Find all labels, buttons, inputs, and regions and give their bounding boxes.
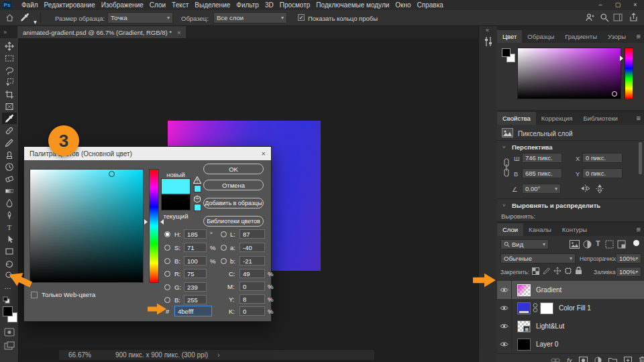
angle-input[interactable]: 0.00°▾ (522, 184, 561, 194)
lock-transparency-icon[interactable] (532, 267, 539, 276)
gamut-warning-icon[interactable] (193, 176, 201, 185)
filter-pixel-icon[interactable] (570, 240, 580, 250)
panel-color-marker[interactable] (612, 91, 617, 97)
filter-type-icon[interactable]: T (596, 239, 600, 247)
layer-effects-icon[interactable]: fx (567, 357, 572, 362)
web-safe-cube-icon[interactable] (193, 195, 201, 204)
eyedropper-tool-icon[interactable] (20, 13, 30, 23)
dialog-close-icon[interactable]: × (262, 149, 266, 158)
properties-scrollbar[interactable] (639, 142, 642, 174)
panel-hue-marker[interactable] (620, 56, 623, 61)
tab-swatches[interactable]: Образцы (522, 30, 559, 43)
color-field-marker[interactable] (109, 171, 115, 177)
r-radio[interactable] (164, 271, 170, 277)
layer-filter-dropdown[interactable]: Вид ▾ (500, 239, 549, 249)
tab-paths[interactable]: Контуры (557, 223, 592, 236)
l-input[interactable]: 87 (239, 229, 265, 239)
color-panel-menu-icon[interactable]: ≡ (637, 32, 641, 40)
workspace-icon[interactable] (613, 13, 623, 23)
layer-row-gradient[interactable]: Gradient (497, 281, 644, 299)
tab-channels[interactable]: Каналы (523, 223, 557, 236)
opacity-dropdown[interactable]: 100%▾ (616, 253, 641, 263)
hue-marker-right[interactable] (160, 219, 164, 225)
bb-input[interactable]: -21 (239, 256, 265, 265)
menu-window[interactable]: Окно (395, 1, 411, 9)
layer-name[interactable]: Color Fill 1 (559, 304, 591, 312)
brush-tool[interactable] (2, 137, 17, 148)
lock-pixels-icon[interactable] (543, 267, 551, 276)
tab-patterns[interactable]: Узоры (602, 30, 631, 43)
h-input[interactable]: 185 (184, 229, 207, 239)
gradient-tool[interactable] (2, 185, 17, 196)
lock-artboard-icon[interactable] (564, 267, 572, 276)
lock-all-icon[interactable] (575, 266, 582, 276)
menu-select[interactable]: Выделение (195, 1, 230, 9)
height-input[interactable]: 685 пикс. (522, 168, 562, 178)
share-icon[interactable] (629, 13, 638, 23)
add-mask-icon[interactable] (579, 357, 588, 362)
k-input[interactable]: 0 (239, 306, 265, 316)
visibility-eye-icon[interactable] (497, 335, 512, 353)
filter-toggle[interactable] (633, 240, 639, 246)
add-to-swatches-button[interactable]: Добавить в образцы (203, 198, 264, 208)
sample-size-dropdown[interactable]: Точка▾ (107, 12, 173, 23)
layer-thumbnail[interactable] (517, 339, 531, 351)
type-tool[interactable]: T (2, 221, 17, 233)
tab-close-icon[interactable]: × (177, 29, 181, 36)
eraser-tool[interactable] (2, 173, 17, 184)
adjustment-layer-icon[interactable] (594, 357, 602, 362)
tab-gradients[interactable]: Градиенты (559, 30, 602, 43)
c-input[interactable]: 49 (239, 269, 265, 278)
mask-link-icon[interactable] (533, 302, 538, 314)
b2-radio[interactable] (164, 297, 170, 303)
tab-properties[interactable]: Свойства (497, 112, 536, 125)
menu-view[interactable]: Просмотр (280, 1, 311, 9)
foreground-color-swatch[interactable] (3, 306, 13, 316)
tab-color[interactable]: Цвет (497, 30, 522, 43)
link-dimensions-icon[interactable] (503, 156, 510, 180)
menu-3d[interactable]: 3D (265, 1, 274, 9)
g-input[interactable]: 239 (184, 282, 207, 292)
layer-name[interactable]: Light&Lut (536, 322, 564, 330)
home-icon[interactable] (5, 13, 14, 23)
layer-name[interactable]: Gradient (536, 286, 561, 294)
filter-shape-icon[interactable] (605, 240, 614, 250)
zoom-level-field[interactable]: 66.67% (68, 351, 91, 359)
search-icon[interactable] (600, 13, 609, 23)
layer-row-layer0[interactable]: Layer 0 (497, 335, 644, 353)
object-selection-tool[interactable] (2, 76, 17, 88)
b-radio[interactable] (164, 258, 170, 264)
collapsed-panel-icon[interactable] (483, 36, 494, 49)
layers-panel-menu-icon[interactable]: ≡ (637, 225, 641, 233)
dock-collapse-icon[interactable]: « (486, 27, 489, 34)
menu-layers[interactable]: Слои (150, 1, 166, 9)
menu-file[interactable]: Файл (21, 1, 38, 9)
layer-name[interactable]: Layer 0 (536, 341, 558, 348)
flip-vertical-icon[interactable] (595, 184, 604, 195)
color-libraries-button[interactable]: Библиотеки цветов (203, 216, 264, 227)
filter-adjustment-icon[interactable] (583, 240, 592, 250)
clone-stamp-tool[interactable] (2, 149, 17, 160)
color-field[interactable] (30, 169, 144, 283)
menu-image[interactable]: Изображение (101, 1, 144, 9)
default-colors-icon[interactable] (3, 296, 10, 305)
visibility-eye-icon[interactable] (497, 317, 512, 335)
screen-mode-icon[interactable] (4, 341, 15, 351)
sample-dropdown[interactable]: Все слои▾ (213, 12, 287, 23)
y-input[interactable]: 0 пикс. (582, 168, 623, 178)
bb-radio[interactable] (221, 258, 227, 264)
document-tab[interactable]: animated-gradient.psd @ 66.7% (Gradient,… (17, 26, 186, 38)
pen-tool[interactable] (2, 209, 17, 221)
link-layers-icon[interactable] (551, 357, 560, 362)
properties-panel-menu-icon[interactable]: ≡ (637, 114, 641, 122)
menu-plugins[interactable]: Подключаемые модули (316, 1, 389, 9)
section-chevron-icon[interactable]: ˅ (502, 144, 506, 150)
width-input[interactable]: 746 пикс. (522, 153, 562, 163)
healing-brush-tool[interactable] (2, 125, 17, 136)
toolbar-collapse-icon[interactable]: » (3, 29, 7, 36)
l-radio[interactable] (221, 231, 227, 237)
gamut-color-chip[interactable] (194, 185, 201, 192)
menu-edit[interactable]: Редактирование (44, 1, 95, 9)
delete-layer-icon[interactable] (639, 356, 644, 362)
new-group-icon[interactable] (608, 357, 617, 362)
